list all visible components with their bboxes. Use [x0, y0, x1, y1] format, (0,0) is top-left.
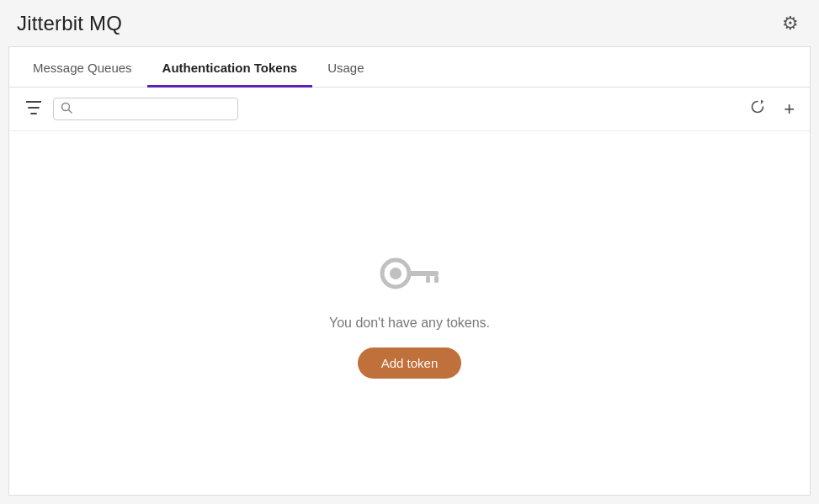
- tabs-bar: Message Queues Authentication Tokens Usa…: [9, 47, 810, 88]
- empty-state: You don't have any tokens. Add token: [9, 131, 810, 495]
- add-button[interactable]: +: [780, 97, 798, 122]
- search-icon: [61, 102, 72, 116]
- svg-point-3: [390, 268, 402, 279]
- search-box: [53, 98, 238, 120]
- empty-message: You don't have any tokens.: [329, 316, 490, 331]
- svg-rect-5: [426, 276, 430, 283]
- toolbar: +: [9, 88, 810, 131]
- main-container: Message Queues Authentication Tokens Usa…: [8, 46, 811, 496]
- svg-line-1: [69, 110, 72, 114]
- app-header: Jitterbit MQ ⚙: [0, 0, 819, 46]
- key-icon: [372, 248, 448, 299]
- tab-usage[interactable]: Usage: [312, 50, 379, 88]
- gear-icon: ⚙: [782, 13, 799, 34]
- settings-button[interactable]: ⚙: [779, 9, 802, 38]
- add-icon: +: [784, 100, 795, 119]
- app-title: Jitterbit MQ: [17, 12, 122, 35]
- refresh-button[interactable]: [747, 96, 768, 122]
- svg-rect-6: [434, 276, 439, 283]
- toolbar-right: +: [747, 96, 798, 122]
- filter-icon: [26, 101, 41, 118]
- tab-authentication-tokens[interactable]: Authentication Tokens: [147, 50, 313, 88]
- tab-message-queues[interactable]: Message Queues: [18, 50, 147, 88]
- filter-button[interactable]: [21, 98, 46, 121]
- add-token-button[interactable]: Add token: [358, 347, 462, 379]
- refresh-icon: [750, 99, 765, 119]
- svg-rect-4: [408, 271, 439, 276]
- search-input[interactable]: [77, 103, 231, 116]
